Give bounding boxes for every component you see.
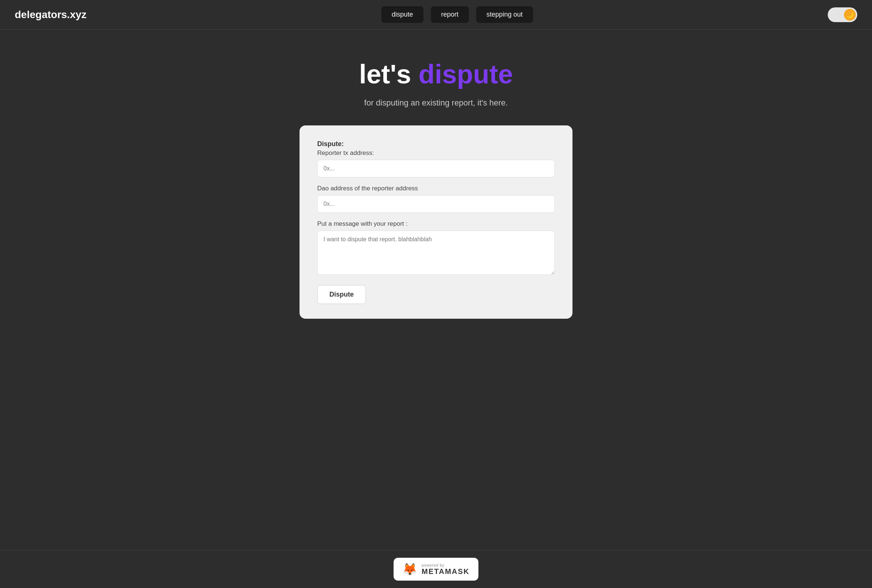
footer: 🦊 powered by METAMASK — [0, 550, 872, 588]
hero-title: let's dispute — [359, 59, 513, 89]
hero-title-purple: dispute — [419, 59, 513, 89]
message-textarea[interactable] — [317, 231, 555, 275]
header-right: 🌙 — [828, 8, 857, 22]
powered-by-label: powered by — [422, 563, 445, 567]
dao-address-input[interactable] — [317, 195, 555, 213]
stepping-out-nav-button[interactable]: stepping out — [476, 6, 533, 23]
dispute-form-card: Dispute: Reporter tx address: Dao addres… — [300, 125, 572, 319]
toggle-knob: 🌙 — [844, 9, 856, 21]
dao-address-label: Dao address of the reporter address — [317, 185, 555, 192]
form-section-label: Dispute: — [317, 140, 555, 148]
metamask-badge: 🦊 powered by METAMASK — [394, 558, 478, 580]
report-nav-button[interactable]: report — [431, 6, 469, 23]
logo: delegators.xyz — [15, 9, 87, 21]
theme-toggle[interactable]: 🌙 — [828, 8, 857, 22]
dispute-submit-button[interactable]: Dispute — [317, 285, 366, 304]
reporter-tx-label: Reporter tx address: — [317, 149, 555, 157]
main-content: let's dispute for disputing an existing … — [0, 30, 872, 550]
dispute-nav-button[interactable]: dispute — [381, 6, 424, 23]
metamask-fox-icon: 🦊 — [402, 562, 417, 576]
metamask-name-label: METAMASK — [422, 567, 470, 576]
header: delegators.xyz dispute report stepping o… — [0, 0, 872, 30]
hero-subtitle: for disputing an existing report, it's h… — [364, 98, 508, 108]
moon-icon: 🌙 — [846, 11, 854, 19]
message-label: Put a message with your report : — [317, 220, 555, 228]
nav: dispute report stepping out — [87, 6, 828, 23]
reporter-tx-input[interactable] — [317, 160, 555, 177]
hero-title-white: let's — [359, 59, 411, 89]
metamask-text: powered by METAMASK — [422, 563, 470, 576]
